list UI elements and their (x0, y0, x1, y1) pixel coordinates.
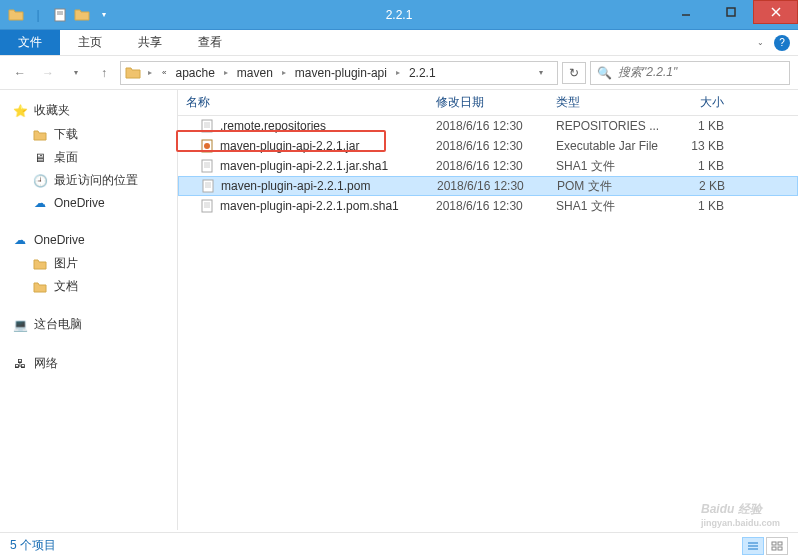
file-row[interactable]: maven-plugin-api-2.2.1.jar.sha12018/6/16… (178, 156, 798, 176)
view-tab[interactable]: 查看 (180, 30, 240, 55)
help-icon[interactable]: ? (774, 35, 790, 51)
thispc-header[interactable]: 💻 这台电脑 (4, 312, 173, 337)
onedrive-header[interactable]: ☁ OneDrive (4, 228, 173, 252)
folder-icon (32, 279, 48, 295)
file-name: maven-plugin-api-2.2.1.pom.sha1 (220, 199, 399, 213)
up-button[interactable]: ↑ (92, 61, 116, 85)
file-type: Executable Jar File (556, 139, 676, 153)
folder-icon (6, 5, 26, 25)
star-icon: ⭐ (12, 103, 28, 119)
share-tab[interactable]: 共享 (120, 30, 180, 55)
file-type: SHA1 文件 (556, 198, 676, 215)
breadcrumb-item[interactable]: maven (235, 66, 275, 80)
chevron-right-icon[interactable]: « (159, 68, 169, 77)
sidebar-item-onedrive[interactable]: ☁ OneDrive (4, 192, 173, 214)
onedrive-icon: ☁ (32, 195, 48, 211)
chevron-down-icon[interactable]: ▾ (94, 5, 114, 25)
svg-rect-4 (727, 8, 735, 16)
recent-locations-button[interactable]: ▾ (64, 61, 88, 85)
file-name: maven-plugin-api-2.2.1.jar (220, 139, 359, 153)
maximize-button[interactable] (708, 0, 753, 24)
sidebar-item-desktop[interactable]: 🖥 桌面 (4, 146, 173, 169)
file-rows: .remote.repositories2018/6/16 12:30REPOS… (178, 116, 798, 530)
breadcrumb-item[interactable]: maven-plugin-api (293, 66, 389, 80)
search-placeholder: 搜索"2.2.1" (618, 64, 677, 81)
svg-rect-21 (202, 200, 212, 212)
onedrive-icon: ☁ (12, 232, 28, 248)
sidebar-item-label: 文档 (54, 278, 78, 295)
file-date: 2018/6/16 12:30 (436, 119, 556, 133)
column-size[interactable]: 大小 (676, 94, 736, 111)
file-size: 1 KB (676, 159, 736, 173)
thispc-label: 这台电脑 (34, 316, 82, 333)
file-row[interactable]: maven-plugin-api-2.2.1.jar2018/6/16 12:3… (178, 136, 798, 156)
ribbon-expand-icon[interactable]: ⌄ (757, 38, 764, 47)
properties-icon[interactable] (50, 5, 70, 25)
file-date: 2018/6/16 12:30 (437, 179, 557, 193)
folder-icon (32, 256, 48, 272)
recent-icon: 🕘 (32, 173, 48, 189)
chevron-right-icon[interactable]: ▸ (393, 68, 403, 77)
column-name[interactable]: 名称 (178, 94, 436, 111)
favorites-header[interactable]: ⭐ 收藏夹 (4, 98, 173, 123)
svg-rect-30 (772, 547, 776, 550)
chevron-right-icon[interactable]: ▸ (279, 68, 289, 77)
back-button[interactable]: ← (8, 61, 32, 85)
svg-rect-7 (202, 120, 212, 132)
svg-rect-17 (203, 180, 213, 192)
file-date: 2018/6/16 12:30 (436, 199, 556, 213)
sidebar-item-downloads[interactable]: 下载 (4, 123, 173, 146)
folder-icon (125, 65, 141, 81)
forward-button[interactable]: → (36, 61, 60, 85)
file-row[interactable]: maven-plugin-api-2.2.1.pom2018/6/16 12:3… (178, 176, 798, 196)
home-tab[interactable]: 主页 (60, 30, 120, 55)
refresh-button[interactable]: ↻ (562, 62, 586, 84)
breadcrumb-item[interactable]: 2.2.1 (407, 66, 438, 80)
search-input[interactable]: 🔍 搜索"2.2.1" (590, 61, 790, 85)
computer-icon: 💻 (12, 317, 28, 333)
search-icon: 🔍 (597, 66, 612, 80)
chevron-right-icon[interactable]: ▸ (145, 68, 155, 77)
sidebar-item-label: 图片 (54, 255, 78, 272)
close-button[interactable] (753, 0, 798, 24)
chevron-right-icon[interactable]: ▸ (221, 68, 231, 77)
file-size: 1 KB (676, 119, 736, 133)
window-titlebar: | ▾ 2.2.1 (0, 0, 798, 30)
sidebar-item-recent[interactable]: 🕘 最近访问的位置 (4, 169, 173, 192)
column-date[interactable]: 修改日期 (436, 94, 556, 111)
file-list-pane: 名称 修改日期 类型 大小 .remote.repositories2018/6… (178, 90, 798, 530)
breadcrumb-item[interactable]: apache (173, 66, 216, 80)
file-name: maven-plugin-api-2.2.1.pom (221, 179, 370, 193)
svg-rect-29 (778, 542, 782, 545)
address-bar: ← → ▾ ↑ ▸ « apache ▸ maven ▸ maven-plugi… (0, 56, 798, 90)
network-icon: 🖧 (12, 356, 28, 372)
file-tab[interactable]: 文件 (0, 30, 60, 55)
svg-rect-0 (55, 9, 65, 21)
file-row[interactable]: maven-plugin-api-2.2.1.pom.sha12018/6/16… (178, 196, 798, 216)
sidebar-item-documents[interactable]: 文档 (4, 275, 173, 298)
svg-rect-13 (202, 160, 212, 172)
file-icon (200, 139, 214, 153)
network-header[interactable]: 🖧 网络 (4, 351, 173, 376)
download-icon (32, 127, 48, 143)
svg-point-12 (204, 143, 210, 149)
file-size: 1 KB (676, 199, 736, 213)
file-icon (200, 159, 214, 173)
icons-view-button[interactable] (766, 537, 788, 555)
file-type: SHA1 文件 (556, 158, 676, 175)
sidebar-item-pictures[interactable]: 图片 (4, 252, 173, 275)
file-name: maven-plugin-api-2.2.1.jar.sha1 (220, 159, 388, 173)
column-headers: 名称 修改日期 类型 大小 (178, 90, 798, 116)
new-folder-icon[interactable] (72, 5, 92, 25)
details-view-button[interactable] (742, 537, 764, 555)
onedrive-label: OneDrive (34, 233, 85, 247)
file-date: 2018/6/16 12:30 (436, 139, 556, 153)
address-dropdown-icon[interactable]: ▾ (529, 61, 553, 85)
column-type[interactable]: 类型 (556, 94, 676, 111)
window-title: 2.2.1 (386, 8, 413, 22)
minimize-button[interactable] (663, 0, 708, 24)
file-type: POM 文件 (557, 178, 677, 195)
file-row[interactable]: .remote.repositories2018/6/16 12:30REPOS… (178, 116, 798, 136)
address-field[interactable]: ▸ « apache ▸ maven ▸ maven-plugin-api ▸ … (120, 61, 558, 85)
file-size: 2 KB (677, 179, 737, 193)
